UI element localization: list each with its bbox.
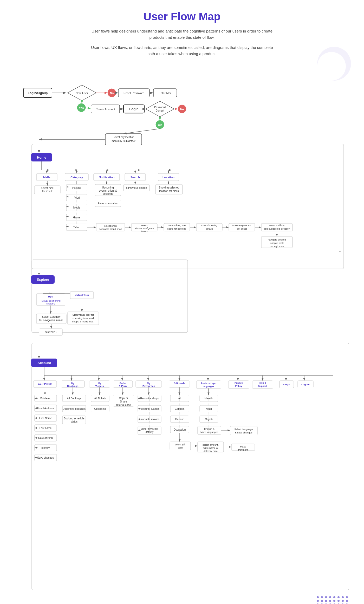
enter-mail-label: Enter Mail (159, 92, 172, 95)
flow-diagram: Login/Signup New User No Reset Password … (16, 67, 348, 604)
svg-text:location for malls: location for malls (159, 190, 179, 192)
svg-text:Date of Birth: Date of Birth (38, 437, 53, 439)
svg-text:My: My (71, 382, 75, 385)
svg-text:Your Profile: Your Profile (38, 383, 52, 386)
create-account-label: Create Account (95, 108, 115, 111)
svg-text:Search: Search (131, 176, 140, 179)
svg-text:Preferred app: Preferred app (201, 382, 216, 385)
svg-text:First Name: First Name (39, 417, 52, 420)
svg-text:select: select (141, 224, 148, 227)
svg-text:Email Address: Email Address (37, 407, 54, 410)
account-label: Account (37, 361, 51, 365)
svg-text:Make: Make (240, 445, 246, 448)
svg-text:FAQ's: FAQ's (283, 383, 290, 386)
svg-text:Make Payment &: Make Payment & (232, 224, 251, 227)
svg-text:Save changes: Save changes (37, 456, 54, 459)
svg-text:Mobile no: Mobile no (40, 397, 51, 400)
svg-text:referral code: referral code (116, 404, 131, 406)
subtitle-2: User flows, UX flows, or flowcharts, as … (91, 44, 273, 57)
svg-text:app suggested direction: app suggested direction (264, 227, 290, 230)
svg-text:VPS: VPS (48, 296, 53, 299)
reset-pw-label: Reset Password (124, 92, 144, 95)
svg-text:My: My (98, 382, 101, 385)
svg-text:select shop: select shop (104, 224, 117, 227)
svg-rect-30 (105, 134, 142, 145)
svg-text:select amount,: select amount, (203, 443, 219, 446)
svg-text:Malls: Malls (43, 176, 50, 179)
svg-text:for navigation in mall: for navigation in mall (39, 319, 63, 322)
home-label: Home (37, 155, 46, 159)
svg-text:Location: Location (162, 176, 174, 179)
svg-text:Select Language: Select Language (234, 428, 253, 431)
svg-text:languages: languages (203, 385, 214, 388)
deco-dots (317, 596, 348, 604)
svg-text:Identity: Identity (41, 446, 50, 449)
svg-text:bookings: bookings (103, 192, 113, 195)
svg-text:5 Previous search: 5 Previous search (126, 186, 147, 189)
svg-text:Logout: Logout (301, 383, 310, 386)
page-title: User Flow Map (16, 10, 348, 23)
svg-text:get ticket: get ticket (237, 227, 247, 230)
svg-text:(visual positioning: (visual positioning (41, 299, 61, 302)
svg-text:Help &: Help & (259, 382, 266, 384)
svg-text:Yes: Yes (158, 123, 162, 126)
svg-text:Notification: Notification (99, 176, 115, 179)
svg-text:Available brand shop: Available brand shop (99, 228, 122, 230)
subtitle-1: User flows help designers understand and… (91, 28, 273, 41)
svg-text:Start VPS: Start VPS (45, 331, 56, 334)
svg-text:Category: Category (70, 176, 83, 179)
svg-text:Gift cards: Gift cards (174, 382, 185, 385)
svg-marker-20 (146, 101, 174, 117)
svg-text:card: card (178, 446, 183, 449)
svg-text:English &: English & (204, 427, 215, 430)
svg-text:shop in mall: shop in mall (270, 242, 284, 244)
svg-text:No: No (110, 92, 114, 95)
svg-text:events, offers &: events, offers & (99, 189, 117, 192)
svg-text:check booking: check booking (202, 224, 217, 227)
svg-text:Correct: Correct (156, 109, 164, 112)
svg-text:for result: for result (42, 190, 53, 193)
svg-text:Select time,date: Select time,date (168, 224, 186, 227)
svg-text:Start virtual Tour for: Start virtual Tour for (73, 313, 94, 316)
svg-text:manually /sub detect: manually /sub detect (112, 140, 135, 142)
svg-text:Copy or: Copy or (119, 397, 128, 400)
svg-text:Favourites: Favourites (142, 385, 155, 387)
svg-text:/movie: /movie (141, 230, 148, 232)
svg-rect-91 (155, 184, 183, 194)
svg-text:Policy: Policy (235, 385, 242, 387)
svg-text:write name &: write name & (203, 446, 218, 449)
svg-text:Support: Support (258, 385, 267, 387)
svg-text:Go to mall via: Go to mall via (269, 224, 285, 227)
svg-text:slot/service/game: slot/service/game (135, 227, 154, 230)
svg-line-33 (124, 129, 160, 134)
svg-text:details: details (206, 227, 213, 230)
login-signup-label: Login/Signup (28, 91, 48, 95)
svg-text:Recommendation: Recommendation (98, 202, 118, 205)
new-user-label: New User (76, 92, 88, 95)
svg-text:Virtual Tour: Virtual Tour (75, 294, 89, 297)
svg-text:More languages: More languages (200, 431, 218, 433)
svg-text:Yes: Yes (79, 106, 84, 109)
svg-text:Upcoming: Upcoming (102, 186, 114, 189)
svg-text:seats for booking: seats for booking (167, 227, 186, 230)
svg-text:Refer: Refer (120, 382, 126, 385)
svg-text:Tickets: Tickets (95, 385, 104, 387)
svg-text:Select Category: Select Category (42, 315, 60, 318)
svg-text:Password: Password (154, 106, 166, 109)
svg-rect-150 (32, 343, 349, 590)
svg-text:through VPS: through VPS (270, 245, 284, 248)
svg-text:No: No (180, 108, 184, 111)
svg-text:Payment: Payment (238, 448, 248, 451)
svg-text:& save changes: & save changes (235, 431, 252, 434)
svg-text:shops & many moe.: shops & many moe. (72, 320, 94, 323)
svg-text:⌄: ⌄ (338, 248, 342, 253)
flow-svg: Login/Signup New User No Reset Password … (16, 67, 354, 604)
svg-text:Showing selected: Showing selected (159, 186, 179, 189)
svg-text:navigate desired: navigate desired (268, 238, 286, 241)
explore-label: Explore (37, 278, 49, 282)
svg-text:Share: Share (120, 400, 127, 403)
svg-text:select mall: select mall (41, 187, 53, 190)
svg-line-17 (86, 108, 91, 109)
login-label: Login (129, 107, 138, 111)
svg-text:Select city location: Select city location (113, 136, 134, 139)
